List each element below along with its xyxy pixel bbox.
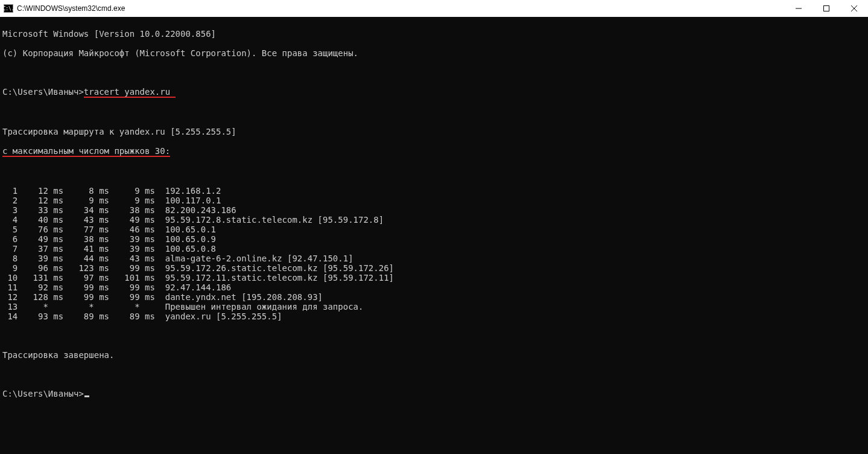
trace-header: Трассировка маршрута к yandex.ru [5.255.… bbox=[2, 127, 866, 136]
cursor bbox=[84, 395, 89, 397]
hop-row: 4 40 ms 43 ms 49 ms 95.59.172.8.static.t… bbox=[2, 215, 866, 225]
max-hops-text: с максимальным числом прыжков 30: bbox=[2, 146, 170, 157]
hops-list: 1 12 ms 8 ms 9 ms 192.168.1.2 2 12 ms 9 … bbox=[2, 186, 866, 321]
close-icon bbox=[851, 5, 857, 11]
minimize-icon bbox=[796, 5, 802, 11]
hop-row: 12 128 ms 99 ms 99 ms dante.yndx.net [19… bbox=[2, 292, 866, 302]
hop-row: 3 33 ms 34 ms 38 ms 82.200.243.186 bbox=[2, 205, 866, 215]
titlebar-left: C:\. C:\WINDOWS\system32\cmd.exe bbox=[4, 4, 125, 13]
window-title: C:\WINDOWS\system32\cmd.exe bbox=[17, 4, 125, 13]
hop-row: 10 131 ms 97 ms 101 ms 95.59.172.11.stat… bbox=[2, 273, 866, 283]
close-button[interactable] bbox=[840, 0, 868, 17]
prompt-prefix: C:\Users\Иваныч> bbox=[2, 389, 84, 398]
copyright-line: (c) Корпорация Майкрософт (Microsoft Cor… bbox=[2, 48, 866, 58]
hop-row: 14 93 ms 89 ms 89 ms yandex.ru [5.255.25… bbox=[2, 312, 866, 321]
hop-row: 1 12 ms 8 ms 9 ms 192.168.1.2 bbox=[2, 186, 866, 196]
prompt-line-2: C:\Users\Иваныч> bbox=[2, 389, 866, 398]
hop-row: 6 49 ms 38 ms 39 ms 100.65.0.9 bbox=[2, 234, 866, 244]
window-controls bbox=[785, 0, 868, 17]
maximize-icon bbox=[823, 5, 829, 11]
prompt-prefix: C:\Users\Иваныч> bbox=[2, 87, 84, 97]
terminal-output[interactable]: Microsoft Windows [Version 10.0.22000.85… bbox=[0, 17, 868, 411]
blank-line bbox=[2, 369, 866, 379]
hop-row: 11 92 ms 99 ms 99 ms 92.47.144.186 bbox=[2, 283, 866, 292]
hop-row: 2 12 ms 9 ms 9 ms 100.117.0.1 bbox=[2, 196, 866, 205]
maximize-button[interactable] bbox=[813, 0, 840, 17]
hop-row: 8 39 ms 44 ms 43 ms alma-gate-6-2.online… bbox=[2, 254, 866, 263]
hop-row: 13 * * * Превышен интервал ожидания для … bbox=[2, 302, 866, 312]
prompt-line-1: C:\Users\Иваныч>tracert yandex.ru bbox=[2, 87, 866, 98]
minimize-button[interactable] bbox=[785, 0, 813, 17]
cmd-icon-label: C:\. bbox=[2, 6, 14, 11]
blank-line bbox=[2, 167, 866, 176]
hop-row: 7 37 ms 41 ms 39 ms 100.65.0.8 bbox=[2, 244, 866, 254]
window-titlebar: C:\. C:\WINDOWS\system32\cmd.exe bbox=[0, 0, 868, 17]
hop-row: 5 76 ms 77 ms 46 ms 100.65.0.1 bbox=[2, 225, 866, 234]
command-text: tracert yandex.ru bbox=[84, 87, 176, 98]
max-hops-line: с максимальным числом прыжков 30: bbox=[2, 146, 866, 157]
cmd-icon: C:\. bbox=[4, 4, 13, 13]
blank-line bbox=[2, 331, 866, 340]
version-line: Microsoft Windows [Version 10.0.22000.85… bbox=[2, 29, 866, 39]
blank-line bbox=[2, 107, 866, 117]
trace-done: Трассировка завершена. bbox=[2, 350, 866, 360]
svg-rect-1 bbox=[824, 6, 829, 11]
hop-row: 9 96 ms 123 ms 99 ms 95.59.172.26.static… bbox=[2, 263, 866, 273]
blank-line bbox=[2, 68, 866, 77]
